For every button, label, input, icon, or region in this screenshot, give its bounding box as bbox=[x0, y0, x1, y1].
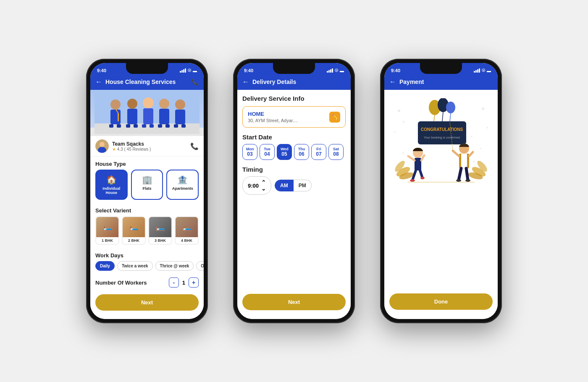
svg-line-65 bbox=[453, 151, 459, 156]
svg-line-63 bbox=[459, 168, 461, 180]
svg-text:Your booking is confirmed: Your booking is confirmed bbox=[424, 136, 460, 139]
variant-img-2bhk: 🛏️ bbox=[123, 217, 145, 237]
svg-text:CONGRATULATIONS: CONGRATULATIONS bbox=[421, 127, 463, 132]
battery-icon-3: ▬ bbox=[487, 68, 491, 73]
congrats-svg: × × × bbox=[391, 98, 491, 191]
chip-one[interactable]: One bbox=[196, 261, 204, 271]
back-button-2[interactable]: ← bbox=[242, 78, 249, 86]
notch-2 bbox=[273, 63, 315, 74]
day-num-sat: 08 bbox=[332, 151, 340, 157]
house-type-apartments[interactable]: 🏦 Apartments bbox=[166, 170, 199, 200]
signal-icon-2 bbox=[327, 68, 333, 73]
date-label: Start Date bbox=[242, 133, 346, 141]
variant-2bhk[interactable]: 🛏️ 2 BHK bbox=[122, 216, 146, 245]
edit-address-button[interactable]: ✏️ bbox=[329, 112, 340, 123]
svg-point-2 bbox=[110, 99, 121, 110]
svg-point-69 bbox=[465, 179, 470, 182]
svg-rect-5 bbox=[117, 124, 121, 128]
flats-label: Flats bbox=[143, 186, 152, 191]
congrats-illustration: × × × bbox=[384, 94, 498, 191]
status-icons-2: ⦾ ▬ bbox=[327, 68, 344, 73]
team-rating: ★ 4.3 ( 45 Reviews ) bbox=[112, 147, 151, 152]
variant-title: Select Varient bbox=[90, 203, 204, 216]
am-button[interactable]: AM bbox=[275, 180, 294, 191]
date-tue[interactable]: Tue 04 bbox=[260, 144, 275, 160]
hero-image bbox=[90, 90, 204, 136]
battery-icon: ▬ bbox=[193, 68, 197, 73]
day-num-mon: 03 bbox=[246, 151, 254, 157]
phone-icon-1: 📞 bbox=[192, 78, 199, 85]
date-pills: Mon 03 Tue 04 Wed 05 bbox=[242, 144, 346, 160]
workers-count: 1 bbox=[182, 280, 185, 286]
date-mon[interactable]: Mon 03 bbox=[242, 144, 257, 160]
page-title-3: Payment bbox=[399, 78, 493, 85]
svg-point-58 bbox=[410, 179, 415, 182]
chip-daily[interactable]: Daily bbox=[95, 261, 115, 271]
house-type-individual[interactable]: 🏠 IndividualHouse bbox=[95, 170, 128, 200]
svg-rect-9 bbox=[134, 124, 138, 128]
time-selector[interactable]: 9:00 ⌃⌄ bbox=[242, 176, 271, 195]
svg-rect-20 bbox=[174, 124, 178, 128]
svg-point-68 bbox=[456, 179, 461, 182]
day-name-mon: Mon bbox=[246, 147, 254, 151]
pm-button[interactable]: PM bbox=[294, 180, 312, 191]
back-button-3[interactable]: ← bbox=[389, 78, 396, 86]
team-phone-icon[interactable]: 📞 bbox=[190, 142, 199, 150]
signal-icon bbox=[180, 68, 186, 73]
done-button[interactable]: Done bbox=[389, 293, 493, 310]
svg-point-27 bbox=[398, 110, 400, 112]
next-button-2[interactable]: Next bbox=[242, 294, 346, 310]
svg-rect-22 bbox=[118, 113, 119, 121]
variant-grid: 🛏️ 1 BHK 🛏️ 2 BHK 🛏️ 3 BHK 🛏️ 4 BHK bbox=[90, 216, 204, 248]
variant-img-4bhk: 🛏️ bbox=[176, 217, 198, 237]
battery-icon-2: ▬ bbox=[340, 68, 344, 73]
time-1: 9:40 bbox=[97, 68, 106, 73]
variant-4bhk[interactable]: 🛏️ 4 BHK bbox=[175, 216, 199, 245]
date-wed[interactable]: Wed 05 bbox=[277, 144, 292, 160]
phone-1: 9:40 ⦾ ▬ ← House Cleaning Services 📞 bbox=[86, 59, 208, 323]
variant-3bhk[interactable]: 🛏️ 3 BHK bbox=[148, 216, 172, 245]
variant-label-4bhk: 4 BHK bbox=[176, 237, 198, 244]
time-2: 9:40 bbox=[244, 68, 253, 73]
svg-text:×: × bbox=[472, 160, 475, 164]
date-thu[interactable]: Thu 06 bbox=[294, 144, 309, 160]
workdays-title: Work Days bbox=[90, 248, 204, 261]
variant-1bhk[interactable]: 🛏️ 1 BHK bbox=[95, 216, 119, 245]
house-type-flats[interactable]: 🏢 Flats bbox=[131, 170, 163, 200]
svg-rect-15 bbox=[159, 109, 169, 124]
wifi-icon: ⦾ bbox=[188, 68, 191, 73]
day-num-fri: 07 bbox=[315, 151, 323, 157]
svg-rect-8 bbox=[126, 124, 130, 128]
house-icon: 🏠 bbox=[106, 175, 117, 185]
date-sat[interactable]: Sat 08 bbox=[328, 144, 344, 160]
svg-rect-49 bbox=[418, 121, 466, 144]
workers-minus-btn[interactable]: - bbox=[169, 277, 179, 288]
svg-rect-62 bbox=[461, 154, 467, 168]
svg-point-28 bbox=[482, 107, 484, 110]
done-btn-wrap: Done bbox=[384, 293, 498, 315]
variant-label-1bhk: 1 BHK bbox=[96, 237, 118, 244]
svg-point-32 bbox=[480, 148, 482, 149]
delivery-section-title: Delivery Service Info bbox=[242, 95, 346, 102]
svg-point-40 bbox=[446, 102, 455, 113]
team-name: Team Sqacks bbox=[112, 141, 151, 147]
time-3: 9:40 bbox=[391, 68, 400, 73]
svg-rect-21 bbox=[181, 124, 186, 128]
svg-line-39 bbox=[442, 112, 443, 121]
svg-rect-13 bbox=[150, 124, 154, 128]
chip-thrice[interactable]: Thrice @ week bbox=[155, 261, 194, 271]
page-title-1: House Cleaning Services bbox=[105, 78, 192, 85]
workers-plus-btn[interactable]: + bbox=[189, 277, 199, 288]
header-bar-3: ← Payment bbox=[384, 75, 498, 90]
workers-counter: - 1 + bbox=[169, 277, 199, 288]
date-fri[interactable]: Fri 07 bbox=[311, 144, 326, 160]
day-name-sat: Sat bbox=[332, 147, 340, 151]
next-button-1[interactable]: Next bbox=[95, 294, 199, 311]
svg-line-54 bbox=[412, 170, 416, 180]
chip-twice[interactable]: Twice a week bbox=[117, 261, 153, 271]
apartments-label: Apartments bbox=[172, 186, 193, 191]
individual-label: IndividualHouse bbox=[102, 186, 120, 195]
svg-rect-12 bbox=[142, 124, 146, 128]
svg-line-41 bbox=[450, 113, 451, 121]
back-button-1[interactable]: ← bbox=[95, 78, 102, 86]
